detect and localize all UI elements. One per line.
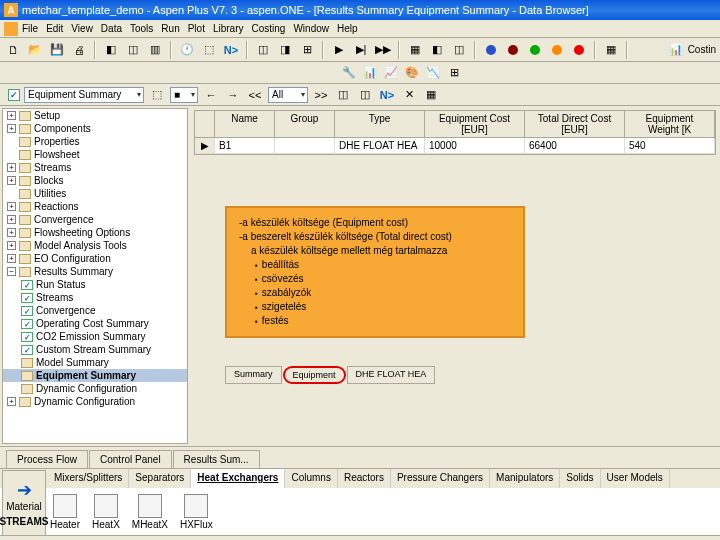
ptab-separators[interactable]: Separators: [129, 469, 191, 488]
status-orange-icon[interactable]: [548, 41, 566, 59]
ptab-solids[interactable]: Solids: [560, 469, 600, 488]
tree-item[interactable]: Run Status: [3, 278, 187, 291]
tool-icon[interactable]: ◫: [356, 86, 374, 104]
cell-equip-cost[interactable]: 10000: [425, 138, 525, 153]
next-icon[interactable]: N>: [222, 41, 240, 59]
nav-fwd-icon[interactable]: →: [224, 86, 242, 104]
palette-mheatx[interactable]: MHeatX: [132, 494, 168, 530]
tool-icon[interactable]: ◫: [124, 41, 142, 59]
tool-icon[interactable]: ◨: [276, 41, 294, 59]
cell-type[interactable]: DHE FLOAT HEA: [335, 138, 425, 153]
table-icon[interactable]: ▦: [602, 41, 620, 59]
tree-item[interactable]: +Setup: [3, 109, 187, 122]
navigation-tree[interactable]: +Setup+ComponentsPropertiesFlowsheet+Str…: [2, 108, 188, 444]
open-icon[interactable]: 📂: [26, 41, 44, 59]
tree-item[interactable]: +Blocks: [3, 174, 187, 187]
tree-item[interactable]: CO2 Emission Summary: [3, 330, 187, 343]
play-icon[interactable]: ▶: [330, 41, 348, 59]
table-icon[interactable]: ▦: [422, 86, 440, 104]
chart-icon[interactable]: 📉: [424, 64, 442, 82]
tool-icon[interactable]: ◧: [428, 41, 446, 59]
tree-item[interactable]: +Model Analysis Tools: [3, 239, 187, 252]
status-green-icon[interactable]: [526, 41, 544, 59]
tool-icon[interactable]: ◫: [450, 41, 468, 59]
chart-icon[interactable]: 📈: [382, 64, 400, 82]
tree-item[interactable]: +EO Configuration: [3, 252, 187, 265]
expand-icon[interactable]: +: [7, 124, 16, 133]
tool-icon[interactable]: ▥: [146, 41, 164, 59]
col-weight[interactable]: Equipment Weight [K: [625, 111, 715, 137]
expand-icon[interactable]: −: [7, 267, 16, 276]
skip-icon[interactable]: ▶|: [352, 41, 370, 59]
menu-window[interactable]: Window: [293, 23, 329, 34]
ptab-mixers[interactable]: Mixers/Splitters: [48, 469, 129, 488]
tree-item[interactable]: Custom Stream Summary: [3, 343, 187, 356]
tool-icon[interactable]: ◫: [334, 86, 352, 104]
tool-icon[interactable]: ◧: [102, 41, 120, 59]
expand-icon[interactable]: +: [7, 215, 16, 224]
col-direct-cost[interactable]: Total Direct Cost [EUR]: [525, 111, 625, 137]
expand-icon[interactable]: +: [7, 397, 16, 406]
chart-icon[interactable]: 📊: [361, 64, 379, 82]
ptab-user[interactable]: User Models: [601, 469, 670, 488]
tab-equipment[interactable]: Equipment: [283, 366, 346, 384]
costing-button[interactable]: Costin: [688, 44, 716, 55]
cancel-icon[interactable]: ✕: [400, 86, 418, 104]
tab-summary[interactable]: Summary: [225, 366, 282, 384]
ptab-heatex[interactable]: Heat Exchangers: [191, 469, 285, 488]
streams-panel[interactable]: ➔ Material STREAMS: [2, 470, 46, 536]
node-combo[interactable]: Equipment Summary: [24, 87, 144, 103]
clock-icon[interactable]: 🕐: [178, 41, 196, 59]
col-group[interactable]: Group: [275, 111, 335, 137]
equipment-grid[interactable]: Name Group Type Equipment Cost [EUR] Tot…: [194, 110, 716, 155]
pivot-icon[interactable]: ⊞: [445, 64, 463, 82]
tree-item[interactable]: +Dynamic Configuration: [3, 395, 187, 408]
tree-item[interactable]: Dynamic Configuration: [3, 382, 187, 395]
menu-plot[interactable]: Plot: [188, 23, 205, 34]
grid-row[interactable]: ▶ B1 DHE FLOAT HEA 10000 66400 540: [195, 138, 715, 154]
ptab-columns[interactable]: Columns: [285, 469, 337, 488]
menu-file[interactable]: File: [22, 23, 38, 34]
new-icon[interactable]: 🗋: [4, 41, 22, 59]
cell-name[interactable]: B1: [215, 138, 275, 153]
palette-heatx[interactable]: HeatX: [92, 494, 120, 530]
next-icon[interactable]: N>: [378, 86, 396, 104]
palette-heater[interactable]: Heater: [50, 494, 80, 530]
tool-icon[interactable]: ⊞: [298, 41, 316, 59]
expand-icon[interactable]: +: [7, 228, 16, 237]
expand-icon[interactable]: +: [7, 111, 16, 120]
expand-icon[interactable]: +: [7, 163, 16, 172]
expand-icon[interactable]: +: [7, 202, 16, 211]
nav-back-icon[interactable]: ←: [202, 86, 220, 104]
menu-library[interactable]: Library: [213, 23, 244, 34]
nav-first-icon[interactable]: <<: [246, 86, 264, 104]
tree-item[interactable]: +Reactions: [3, 200, 187, 213]
tab-control-panel[interactable]: Control Panel: [89, 450, 172, 468]
menu-help[interactable]: Help: [337, 23, 358, 34]
tree-item[interactable]: Operating Cost Summary: [3, 317, 187, 330]
tree-item[interactable]: +Streams: [3, 161, 187, 174]
menu-edit[interactable]: Edit: [46, 23, 63, 34]
col-equip-cost[interactable]: Equipment Cost [EUR]: [425, 111, 525, 137]
tree-item[interactable]: Equipment Summary: [3, 369, 187, 382]
tree-item[interactable]: Utilities: [3, 187, 187, 200]
expand-icon[interactable]: +: [7, 254, 16, 263]
costing-icon[interactable]: 📊: [667, 41, 685, 59]
menu-data[interactable]: Data: [101, 23, 122, 34]
ptab-reactors[interactable]: Reactors: [338, 469, 391, 488]
tool-icon[interactable]: ⬚: [200, 41, 218, 59]
menu-costing[interactable]: Costing: [252, 23, 286, 34]
tree-item[interactable]: −Results Summary: [3, 265, 187, 278]
status-darkred-icon[interactable]: [504, 41, 522, 59]
filter-combo[interactable]: All: [268, 87, 308, 103]
tab-dhe[interactable]: DHE FLOAT HEA: [347, 366, 436, 384]
palette-icon[interactable]: 🎨: [403, 64, 421, 82]
ptab-pressure[interactable]: Pressure Changers: [391, 469, 490, 488]
expand-icon[interactable]: +: [7, 176, 16, 185]
view-combo[interactable]: ■: [170, 87, 198, 103]
tree-item[interactable]: Flowsheet: [3, 148, 187, 161]
save-icon[interactable]: 💾: [48, 41, 66, 59]
tree-item[interactable]: +Components: [3, 122, 187, 135]
tab-process-flow[interactable]: Process Flow: [6, 450, 88, 468]
ptab-manipulators[interactable]: Manipulators: [490, 469, 560, 488]
